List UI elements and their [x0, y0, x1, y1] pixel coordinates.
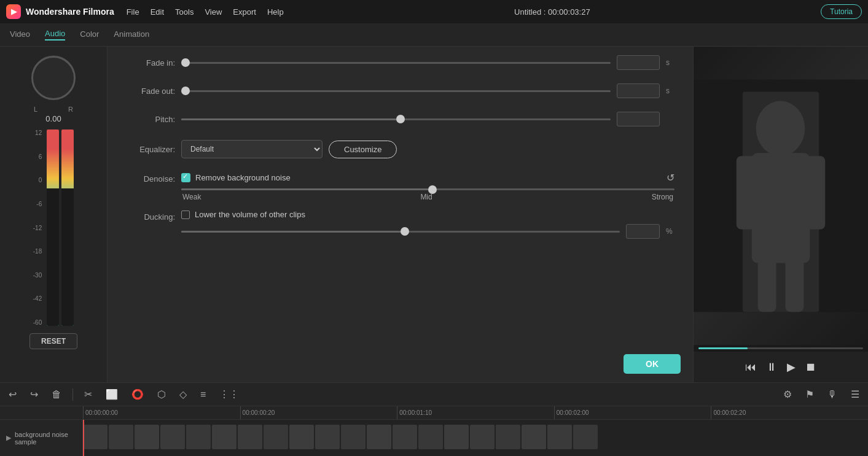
video-frame-svg [694, 79, 868, 312]
ducking-checkbox-label: Lower the volume of other clips [195, 210, 305, 219]
ducking-unit: % [666, 227, 674, 236]
menu-items: File Edit Tools View Export Help [127, 7, 284, 17]
ok-button[interactable]: OK [624, 354, 681, 374]
ducking-slider-track [181, 231, 620, 233]
fade-out-label: Fade out: [126, 87, 175, 96]
ruler-mark-3: 00:00:02:00 [554, 406, 711, 420]
svg-rect-6 [803, 156, 825, 230]
fade-out-value-input[interactable]: 0.00 [617, 83, 660, 98]
ducking-slider-container [181, 225, 620, 238]
thumb-cell-9 [289, 425, 314, 449]
settings-button[interactable]: ≡ [198, 387, 208, 403]
denoise-reset-button[interactable]: ↺ [667, 172, 674, 184]
playback-stop-button[interactable]: ⏹ [805, 361, 816, 374]
progress-bar-track[interactable] [698, 347, 863, 349]
rotate-button[interactable]: ⭕ [129, 386, 146, 403]
meter-bar-right [61, 129, 74, 326]
ducking-section: Lower the volume of other clips 50 % [181, 210, 674, 239]
cut-button[interactable]: ✂ [82, 386, 95, 403]
equalizer-select[interactable]: Default [181, 140, 323, 158]
ducking-value-input[interactable]: 50 [626, 224, 660, 239]
bottom-actions: OK [108, 354, 693, 374]
thumb-cell-19 [547, 425, 572, 449]
crop-button[interactable]: ⬜ [103, 386, 120, 403]
menu-tools[interactable]: Tools [175, 7, 194, 17]
denoise-slider-area: Weak Mid Strong [181, 188, 674, 201]
timeline-cursor[interactable] [83, 420, 84, 456]
stabilize-button[interactable]: ⬡ [155, 386, 168, 403]
thumb-cell-8 [264, 425, 288, 449]
playback-play-button[interactable]: ▶ [787, 360, 796, 374]
thumb-cell-15 [444, 425, 469, 449]
ducking-row: Ducking: Lower the volume of other clips [126, 210, 674, 239]
track-label: background noise sample [15, 431, 82, 446]
thumb-cell-18 [522, 425, 546, 449]
ducking-checkbox-row: Lower the volume of other clips [181, 210, 674, 219]
right-panel: ⏮ ⏸ ▶ ⏹ [693, 47, 868, 382]
tutorial-button[interactable]: Tutoria [821, 4, 862, 19]
app-logo: ▶ Wondershare Filmora [6, 4, 114, 19]
menu-edit[interactable]: Edit [151, 7, 164, 17]
track-play-button[interactable]: ▶ [6, 434, 11, 442]
thumb-cell-7 [238, 425, 262, 449]
customize-button[interactable]: Customize [329, 141, 397, 158]
meter-bar-left [47, 129, 59, 326]
label-r: R [68, 106, 73, 113]
toolbar-row: ↩ ↪ 🗑 ✂ ⬜ ⭕ ⬡ ◇ ≡ ⋮⋮ ⚙ ⚑ 🎙 ☰ [0, 383, 868, 406]
progress-area [694, 345, 868, 352]
tab-animation[interactable]: Animation [114, 29, 149, 40]
audio-tool-button[interactable]: ⋮⋮ [217, 386, 241, 403]
toolbar-separator-1 [72, 388, 73, 401]
tab-color[interactable]: Color [80, 29, 99, 40]
toolbar-right: ⚙ ⚑ 🎙 ☰ [781, 386, 862, 403]
mic-button[interactable]: 🎙 [825, 386, 840, 403]
settings-gear-button[interactable]: ⚙ [781, 386, 794, 403]
denoise-slider-thumb[interactable] [428, 185, 437, 194]
redo-button[interactable]: ↪ [28, 386, 41, 403]
fade-in-value-input[interactable]: 0.00 [617, 55, 660, 70]
ruler-mark-4: 00:00:02:20 [711, 406, 868, 420]
delete-button[interactable]: 🗑 [49, 387, 64, 403]
pitch-value-input[interactable]: 0 [617, 112, 660, 126]
playback-pause-button[interactable]: ⏸ [766, 361, 777, 374]
pitch-slider-thumb[interactable] [396, 115, 405, 123]
undo-button[interactable]: ↩ [6, 386, 19, 403]
ducking-checkbox[interactable] [181, 211, 190, 219]
thumb-cell-6 [212, 425, 237, 449]
window-title: Untitled : 00:00:03:27 [296, 7, 808, 17]
menu-file[interactable]: File [127, 7, 139, 17]
thumb-cell-4 [160, 425, 185, 449]
reset-button[interactable]: RESET [29, 333, 77, 349]
menu-view[interactable]: View [205, 7, 222, 17]
playback-prev-button[interactable]: ⏮ [745, 361, 756, 374]
pitch-slider-fill [181, 118, 396, 120]
menu-bar: ▶ Wondershare Filmora File Edit Tools Vi… [0, 0, 868, 23]
pitch-slider-track [181, 118, 611, 120]
flag-button[interactable]: ⚑ [803, 386, 816, 403]
fade-out-slider-thumb[interactable] [181, 87, 190, 95]
tab-video[interactable]: Video [10, 29, 30, 40]
list-button[interactable]: ☰ [848, 386, 862, 403]
diamond-button[interactable]: ◇ [177, 386, 189, 403]
thumb-cell-14 [418, 425, 443, 449]
track-content[interactable] [83, 420, 868, 456]
thumb-cell-1 [83, 425, 108, 449]
denoise-slider-fill [181, 188, 428, 190]
menu-export[interactable]: Export [233, 7, 256, 17]
video-track-strip [83, 425, 868, 449]
noise-labels: Weak Mid Strong [181, 193, 674, 201]
ducking-slider-fill [181, 231, 401, 233]
denoise-slider-track [181, 188, 674, 190]
tab-audio[interactable]: Audio [45, 29, 65, 41]
denoise-checkbox[interactable] [181, 173, 190, 182]
equalizer-row: Equalizer: Default Customize [126, 140, 674, 158]
pitch-slider-container [181, 113, 611, 125]
progress-bar-fill [698, 347, 748, 349]
volume-knob[interactable] [29, 53, 78, 102]
ducking-slider-thumb[interactable] [401, 227, 409, 236]
menu-help[interactable]: Help [267, 7, 284, 17]
main-area: L R 0.00 12 6 0 -6 -12 -18 -30 -42 -60 [0, 47, 868, 382]
timeline-ruler: 00:00:00:00 00:00:00:20 00:00:01:10 00:0… [0, 406, 868, 420]
ruler-marks: 00:00:00:00 00:00:00:20 00:00:01:10 00:0… [83, 406, 868, 420]
fade-in-slider-thumb[interactable] [181, 58, 190, 67]
